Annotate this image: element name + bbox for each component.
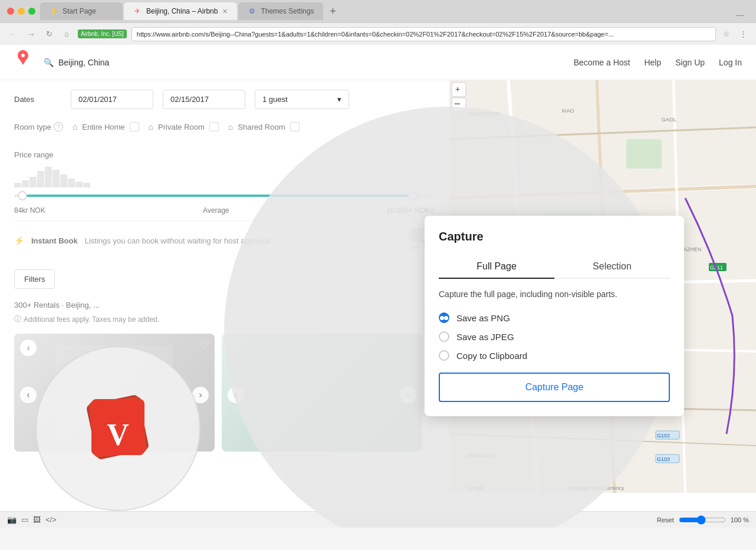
- private-room-label: Private Room: [158, 123, 205, 131]
- capture-tabs: Full Page Selection: [439, 255, 670, 279]
- nav-signup[interactable]: Sign Up: [675, 58, 705, 67]
- nav-help[interactable]: Help: [644, 58, 661, 67]
- instant-book-label: Instant Book: [31, 236, 78, 245]
- url-text: https://www.airbnb.com/s/Beijing--China?…: [137, 31, 614, 38]
- room-type-text: Room type: [14, 123, 51, 131]
- home-button[interactable]: ⌂: [60, 28, 73, 41]
- zoom-value: 100 %: [731, 516, 749, 523]
- radio-png-label: Save as PNG: [456, 313, 510, 323]
- maximize-button[interactable]: [28, 8, 35, 15]
- vivaldi-logo-circle: V: [35, 346, 200, 511]
- price-average: Average: [203, 206, 229, 215]
- entire-home-label: Entire Home: [82, 123, 124, 131]
- capture-option-png[interactable]: Save as PNG: [439, 312, 670, 323]
- close-button[interactable]: [7, 8, 14, 15]
- image-icon[interactable]: 🖼: [33, 515, 41, 524]
- filters-button[interactable]: Filters: [14, 269, 55, 289]
- tab-start[interactable]: ⚡ Start Page: [40, 2, 123, 20]
- svg-text:XIAO: XIAO: [561, 108, 574, 114]
- tab-themes[interactable]: ⚙ Themes Settings: [238, 2, 323, 20]
- shared-room-option[interactable]: ⌂ Shared Room: [228, 122, 300, 131]
- code-icon[interactable]: </>: [45, 515, 57, 524]
- radio-clipboard-label: Copy to Clipboard: [456, 351, 527, 361]
- svg-text:G102: G102: [657, 433, 670, 439]
- room-type-help[interactable]: ?: [54, 122, 63, 131]
- guests-select[interactable]: 1 guest ▾: [255, 90, 349, 109]
- capture-dialog: Capture Full Page Selection Capture the …: [425, 216, 684, 416]
- start-icon: ⚡: [50, 7, 58, 15]
- tabs-bar: ⚡ Start Page ✈ Beijing, China – Airbnb ✕…: [40, 2, 749, 20]
- lightning-icon: ⚡: [14, 236, 24, 245]
- info-icon: ⓘ: [14, 314, 21, 324]
- capture-tab-full[interactable]: Full Page: [439, 255, 554, 279]
- shared-room-label: Shared Room: [238, 123, 285, 131]
- svg-text:GAOL: GAOL: [662, 117, 676, 123]
- entire-home-icon: ⌂: [73, 122, 77, 131]
- heart-icon-1[interactable]: ♡: [200, 340, 209, 351]
- minimize-window-icon[interactable]: —: [731, 10, 749, 19]
- svg-text:V: V: [107, 418, 129, 452]
- chevron-down-icon: ▾: [337, 95, 341, 104]
- radio-png[interactable]: [439, 312, 449, 323]
- nav-login[interactable]: Log In: [719, 58, 742, 67]
- entire-home-checkbox[interactable]: [130, 122, 139, 131]
- private-room-icon: ⌂: [149, 122, 153, 131]
- window-controls: —: [731, 9, 749, 20]
- capture-page-button[interactable]: Capture Page: [439, 373, 670, 402]
- zoom-slider[interactable]: [679, 515, 726, 525]
- tax-note-text: Additional fees apply. Taxes may be adde…: [24, 315, 159, 324]
- guests-value: 1 guest: [262, 95, 288, 104]
- date-end-input[interactable]: [163, 90, 245, 109]
- themes-tab-icon: ⚙: [248, 7, 256, 15]
- more-icon[interactable]: ⋮: [737, 28, 749, 40]
- add-tab-button[interactable]: +: [324, 3, 341, 19]
- shared-room-icon: ⌂: [228, 122, 233, 131]
- url-input[interactable]: https://www.airbnb.com/s/Beijing--China?…: [132, 27, 716, 41]
- capture-tab-selection[interactable]: Selection: [554, 255, 670, 278]
- reset-label[interactable]: Reset: [657, 516, 674, 523]
- tab-airbnb[interactable]: ✈ Beijing, China – Airbnb ✕: [124, 2, 237, 20]
- room-type-label: Room type ?: [14, 122, 63, 131]
- search-text: Beijing, China: [58, 58, 109, 67]
- minimize-button[interactable]: [18, 8, 25, 15]
- vivaldi-logo-svg: V: [71, 381, 165, 476]
- nav-prev-1[interactable]: ‹: [20, 387, 37, 403]
- address-bar: ← → ↻ ⌂ Airbnb, Inc. [US] https://www.ai…: [0, 22, 756, 45]
- radio-jpeg-label: Save as JPEG: [456, 332, 514, 342]
- bookmark-icon[interactable]: ☆: [721, 28, 732, 40]
- layout-icon[interactable]: ▭: [21, 515, 28, 524]
- page-content: 🔍 Beijing, China Become a Host Help Sign…: [0, 45, 756, 528]
- title-bar: ⚡ Start Page ✈ Beijing, China – Airbnb ✕…: [0, 0, 756, 22]
- shared-room-checkbox[interactable]: [290, 122, 300, 131]
- search-bar[interactable]: 🔍 Beijing, China: [44, 58, 109, 67]
- camera-icon[interactable]: 📷: [7, 515, 17, 524]
- reload-button[interactable]: ↻: [42, 28, 55, 41]
- entire-home-option[interactable]: ⌂ Entire Home: [73, 122, 139, 131]
- tab-start-label: Start Page: [63, 7, 96, 15]
- forward-button[interactable]: →: [25, 28, 38, 41]
- search-icon: 🔍: [44, 58, 54, 67]
- price-min-handle[interactable]: [18, 191, 27, 200]
- tab-close-icon[interactable]: ✕: [222, 8, 228, 15]
- dates-row: Dates 1 guest ▾: [14, 80, 434, 109]
- browser-chrome: ⚡ Start Page ✈ Beijing, China – Airbnb ✕…: [0, 0, 756, 45]
- tab-themes-label: Themes Settings: [261, 7, 314, 15]
- radio-clipboard[interactable]: [439, 350, 449, 361]
- security-badge: Airbnb, Inc. [US]: [78, 29, 127, 38]
- radio-jpeg[interactable]: [439, 331, 449, 342]
- traffic-lights: [7, 8, 35, 15]
- zoom-controls: Reset 100 %: [657, 515, 749, 525]
- capture-option-clipboard[interactable]: Copy to Clipboard: [439, 350, 670, 361]
- private-room-checkbox[interactable]: [209, 122, 219, 131]
- airbnb-logo: [14, 50, 32, 74]
- airbnb-header: 🔍 Beijing, China Become a Host Help Sign…: [0, 45, 756, 80]
- date-start-input[interactable]: [71, 90, 153, 109]
- back-button[interactable]: ←: [7, 28, 20, 41]
- nav-become-host[interactable]: Become a Host: [574, 58, 630, 67]
- private-room-option[interactable]: ⌂ Private Room: [149, 122, 219, 131]
- svg-text:G103: G103: [657, 456, 670, 462]
- price-min-value: 84kr NOK: [14, 206, 45, 215]
- svg-rect-12: [626, 139, 662, 169]
- nav-arrow-left-1[interactable]: ‹: [20, 340, 37, 356]
- capture-option-jpeg[interactable]: Save as JPEG: [439, 331, 670, 342]
